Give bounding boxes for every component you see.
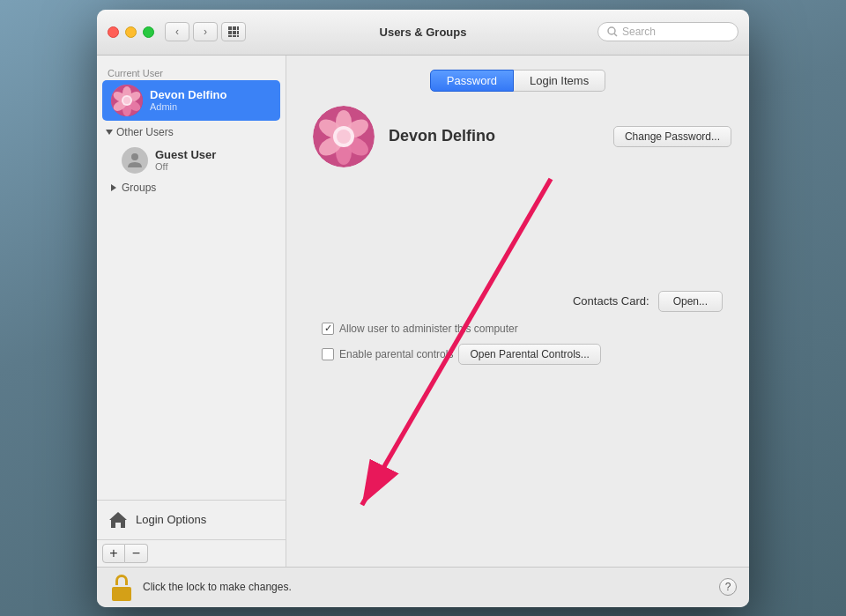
current-user-role: Admin (150, 101, 226, 112)
svg-line-10 (614, 33, 617, 36)
help-button[interactable]: ? (719, 578, 737, 596)
enable-parental-label: Enable parental controls (339, 348, 453, 360)
svg-rect-7 (233, 35, 236, 37)
search-input[interactable] (622, 26, 728, 38)
triangle-right-icon (111, 184, 116, 191)
back-button[interactable]: ‹ (165, 22, 189, 41)
profile-avatar (313, 106, 375, 167)
guest-user-info: Guest User Off (155, 148, 216, 172)
svg-rect-3 (228, 31, 232, 34)
titlebar: ‹ › Users & Groups (97, 10, 749, 56)
house-icon (106, 508, 130, 532)
fullscreen-button[interactable] (143, 26, 154, 38)
chevron-right-icon: › (204, 26, 207, 38)
user-profile-area: Devon Delfino Change Password... (304, 106, 731, 167)
grid-button[interactable] (221, 22, 246, 41)
contacts-card-label: Contacts Card: (573, 294, 649, 308)
main-panel: Password Login Items (286, 56, 749, 567)
remove-user-button[interactable]: − (125, 544, 148, 563)
sidebar-list: Current User (97, 56, 286, 500)
current-user-item[interactable]: Devon Delfino Admin (102, 80, 280, 121)
triangle-down-icon (106, 130, 113, 135)
groups-label: Groups (122, 182, 156, 194)
svg-rect-1 (233, 26, 236, 30)
svg-point-29 (337, 130, 351, 144)
guest-user-name: Guest User (155, 148, 216, 161)
lock-label: Click the lock to make changes. (143, 581, 292, 593)
svg-rect-0 (228, 26, 232, 30)
search-icon (607, 26, 618, 37)
enable-parental-checkbox[interactable] (322, 348, 334, 360)
other-users-header: Other Users (97, 121, 286, 144)
lock-body (112, 587, 131, 601)
sidebar: Current User (97, 56, 286, 567)
tab-login-items[interactable]: Login Items (514, 70, 605, 92)
login-options-label: Login Options (136, 513, 206, 526)
bottom-bar: Click the lock to make changes. ? (97, 567, 749, 607)
svg-point-19 (123, 97, 130, 104)
profile-name: Devon Delfino (389, 127, 495, 145)
contacts-card-row: Contacts Card: Open... (304, 291, 731, 312)
current-user-avatar (111, 85, 143, 116)
current-user-name: Devon Delfino (150, 88, 226, 101)
lock-shackle (115, 575, 128, 585)
nav-buttons: ‹ › (165, 22, 218, 41)
allow-admin-row: ✓ Allow user to administer this computer (304, 323, 731, 335)
svg-rect-5 (237, 31, 239, 34)
login-options-item[interactable]: Login Options (97, 500, 286, 539)
allow-admin-checkbox[interactable]: ✓ (322, 323, 334, 335)
groups-item[interactable]: Groups (97, 177, 286, 198)
allow-admin-label: Allow user to administer this computer (339, 323, 518, 335)
close-button[interactable] (108, 26, 119, 38)
search-box[interactable] (597, 22, 738, 41)
change-password-button[interactable]: Change Password... (613, 126, 731, 147)
open-contacts-button[interactable]: Open... (658, 291, 723, 312)
segmented-control: Password Login Items (304, 70, 731, 92)
current-user-info: Devon Delfino Admin (150, 88, 226, 112)
window-title: Users & Groups (380, 26, 467, 39)
svg-point-20 (131, 153, 138, 160)
add-remove-bar: + − (97, 539, 286, 567)
open-parental-controls-button[interactable]: Open Parental Controls... (458, 344, 600, 365)
guest-user-avatar (122, 147, 148, 174)
content-area: Current User (97, 56, 749, 567)
minimize-button[interactable] (125, 26, 137, 38)
traffic-lights (108, 26, 154, 38)
svg-rect-6 (228, 35, 232, 37)
chevron-left-icon: ‹ (175, 26, 179, 38)
add-user-button[interactable]: + (102, 544, 125, 563)
checkmark-icon: ✓ (324, 323, 332, 334)
guest-user-status: Off (155, 161, 216, 172)
current-user-header: Current User (97, 63, 286, 80)
forward-button[interactable]: › (193, 22, 218, 41)
svg-rect-2 (237, 26, 239, 30)
grid-icon (227, 26, 240, 38)
main-window: ‹ › Users & Groups (97, 10, 749, 607)
lock-icon[interactable] (109, 573, 134, 601)
svg-rect-4 (233, 31, 236, 34)
svg-point-9 (608, 27, 615, 34)
other-users-label: Other Users (116, 126, 174, 138)
guest-user-item[interactable]: Guest User Off (97, 144, 286, 177)
info-section: Contacts Card: Open... ✓ Allow user to a… (304, 185, 731, 553)
parental-controls-row: Enable parental controls Open Parental C… (304, 344, 731, 365)
tab-password[interactable]: Password (430, 70, 514, 92)
svg-rect-8 (237, 35, 239, 37)
